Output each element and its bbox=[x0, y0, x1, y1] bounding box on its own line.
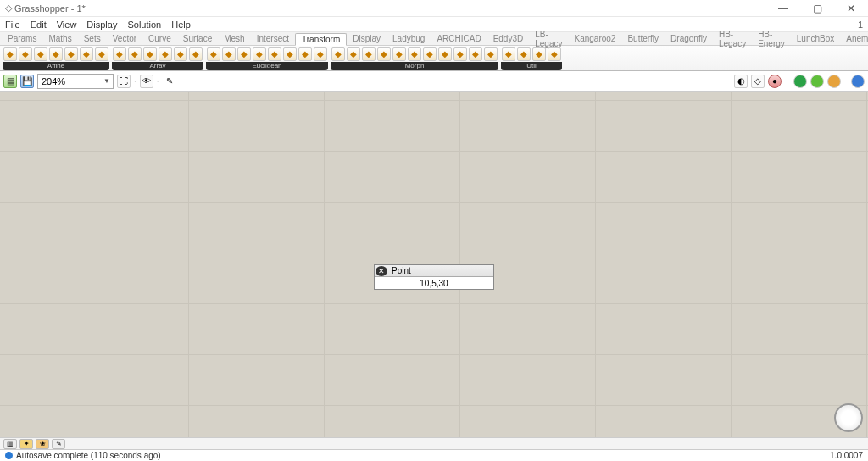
menu-view[interactable]: View bbox=[57, 19, 77, 30]
ribbon-btn-euclidean-7[interactable]: ◆ bbox=[314, 47, 327, 61]
ribbon-btn-array-3[interactable]: ◆ bbox=[159, 47, 172, 61]
tab-display[interactable]: Display bbox=[347, 33, 387, 44]
ribbon-btn-affine-0[interactable]: ◆ bbox=[3, 47, 17, 61]
statusbar: Autosave complete (110 seconds ago) 1.0.… bbox=[0, 449, 868, 461]
panel-icon-4[interactable]: ✎ bbox=[52, 439, 65, 449]
ribbon-btn-euclidean-1[interactable]: ◆ bbox=[222, 47, 236, 61]
ribbon-btn-morph-0[interactable]: ◆ bbox=[331, 47, 345, 61]
tab-ladybug[interactable]: Ladybug bbox=[387, 33, 431, 44]
zoom-field[interactable]: 204% ▼ bbox=[37, 74, 114, 89]
ribbon-btn-array-1[interactable]: ◆ bbox=[128, 47, 142, 61]
tab-mesh[interactable]: Mesh bbox=[218, 33, 250, 44]
zoom-extents-icon[interactable]: ⛶ bbox=[117, 75, 131, 88]
ribbon-btn-euclidean-0[interactable]: ◆ bbox=[207, 47, 220, 61]
ribbon-group-morph: ◆◆◆◆◆◆◆◆◆◆◆Morph bbox=[330, 47, 499, 70]
ribbon-btn-array-0[interactable]: ◆ bbox=[113, 47, 126, 61]
panel-icon-1[interactable]: ▥ bbox=[3, 439, 17, 449]
ribbon-group-affine: ◆◆◆◆◆◆◆Affine bbox=[2, 47, 110, 70]
ribbon-btn-affine-1[interactable]: ◆ bbox=[19, 47, 32, 61]
tab-archicad[interactable]: ARCHICAD bbox=[431, 33, 487, 44]
menu-display[interactable]: Display bbox=[86, 19, 117, 30]
tab-eddy3d[interactable]: Eddy3D bbox=[487, 33, 530, 44]
tab-kangaroo2[interactable]: Kangaroo2 bbox=[568, 33, 621, 44]
ribbon-btn-util-0[interactable]: ◆ bbox=[502, 47, 515, 61]
tab-surface[interactable]: Surface bbox=[177, 33, 218, 44]
blue-orb-icon[interactable] bbox=[851, 75, 865, 88]
menu-edit[interactable]: Edit bbox=[31, 19, 47, 30]
ribbon-btn-affine-2[interactable]: ◆ bbox=[34, 47, 47, 61]
lightgreen-orb-icon[interactable] bbox=[810, 75, 824, 88]
component-tabstrip: ParamsMathsSetsVectorCurveSurfaceMeshInt… bbox=[0, 32, 868, 46]
ribbon-btn-array-5[interactable]: ◆ bbox=[189, 47, 203, 61]
ribbon-btn-morph-5[interactable]: ◆ bbox=[408, 47, 421, 61]
ribbon-btn-morph-10[interactable]: ◆ bbox=[484, 47, 498, 61]
tab-params[interactable]: Params bbox=[2, 33, 42, 44]
ribbon-btn-morph-1[interactable]: ◆ bbox=[347, 47, 360, 61]
point-value[interactable]: 10,5,30 bbox=[375, 277, 493, 289]
tab-butterfly[interactable]: Butterfly bbox=[621, 33, 665, 44]
tab-lunchbox[interactable]: LunchBox bbox=[791, 33, 840, 44]
ribbon-btn-euclidean-4[interactable]: ◆ bbox=[268, 47, 281, 61]
ribbon-btn-array-2[interactable]: ◆ bbox=[143, 47, 157, 61]
tab-hb-legacy[interactable]: HB-Legacy bbox=[713, 29, 752, 49]
ribbon-group-util: ◆◆◆◆Util bbox=[500, 47, 563, 70]
ribbon-btn-euclidean-2[interactable]: ◆ bbox=[237, 47, 251, 61]
maximize-button[interactable]: ▢ bbox=[800, 3, 834, 14]
minimize-button[interactable]: — bbox=[766, 3, 800, 14]
wire-icon[interactable]: ◇ bbox=[751, 75, 765, 88]
preview-off-icon[interactable]: ● bbox=[768, 75, 782, 88]
open-file-icon[interactable]: ▤ bbox=[3, 75, 17, 88]
ribbon-btn-affine-3[interactable]: ◆ bbox=[49, 47, 63, 61]
ribbon-btn-morph-6[interactable]: ◆ bbox=[423, 47, 437, 61]
panel-icon-2[interactable]: ✦ bbox=[19, 439, 33, 449]
titlebar: ◇ Grasshopper - 1* — ▢ ✕ bbox=[0, 0, 868, 17]
ribbon-btn-morph-9[interactable]: ◆ bbox=[469, 47, 482, 61]
ribbon-btn-util-1[interactable]: ◆ bbox=[517, 47, 531, 61]
point-component[interactable]: ✕ Point 10,5,30 bbox=[374, 264, 494, 290]
close-button[interactable]: ✕ bbox=[834, 3, 868, 14]
tab-transform[interactable]: Transform bbox=[295, 33, 347, 46]
ribbon-btn-util-3[interactable]: ◆ bbox=[548, 47, 561, 61]
preview-toggle-icon[interactable]: 👁 bbox=[140, 75, 153, 88]
menu-solution[interactable]: Solution bbox=[127, 19, 161, 30]
ribbon-btn-morph-4[interactable]: ◆ bbox=[392, 47, 406, 61]
tab-anemone[interactable]: Anemone bbox=[840, 33, 868, 44]
tab-intersect[interactable]: Intersect bbox=[251, 33, 295, 44]
ribbon-btn-morph-3[interactable]: ◆ bbox=[377, 47, 391, 61]
menu-help[interactable]: Help bbox=[171, 19, 191, 30]
ribbon-btn-array-4[interactable]: ◆ bbox=[174, 47, 187, 61]
orange-orb-icon[interactable] bbox=[827, 75, 841, 88]
ribbon-btn-affine-4[interactable]: ◆ bbox=[64, 47, 78, 61]
ribbon-btn-util-2[interactable]: ◆ bbox=[532, 47, 546, 61]
compass-icon[interactable] bbox=[834, 403, 863, 432]
ribbon-btn-euclidean-3[interactable]: ◆ bbox=[253, 47, 266, 61]
tab-curve[interactable]: Curve bbox=[142, 33, 177, 44]
tab-maths[interactable]: Maths bbox=[42, 33, 77, 44]
ribbon-btn-morph-2[interactable]: ◆ bbox=[362, 47, 376, 61]
canvas[interactable]: ✕ Point 10,5,30 bbox=[0, 92, 868, 437]
ribbon-group-label: Morph bbox=[331, 62, 498, 70]
zoom-value: 204% bbox=[42, 76, 65, 86]
menu-file[interactable]: File bbox=[5, 19, 20, 30]
ribbon-btn-affine-5[interactable]: ◆ bbox=[80, 47, 93, 61]
tab-hb-energy[interactable]: HB-Energy bbox=[752, 29, 791, 49]
ribbon-btn-affine-6[interactable]: ◆ bbox=[95, 47, 108, 61]
panel-icon-3[interactable]: ❀ bbox=[36, 439, 49, 449]
chevron-down-icon[interactable]: ▼ bbox=[103, 77, 113, 85]
close-icon[interactable]: ✕ bbox=[376, 266, 387, 276]
version-label: 1.0.0007 bbox=[830, 451, 863, 460]
ribbon-btn-euclidean-6[interactable]: ◆ bbox=[298, 47, 312, 61]
ribbon-btn-morph-8[interactable]: ◆ bbox=[453, 47, 467, 61]
status-dot-icon bbox=[5, 452, 13, 459]
ribbon-group-euclidean: ◆◆◆◆◆◆◆◆Euclidean bbox=[205, 47, 329, 70]
ribbon-btn-euclidean-5[interactable]: ◆ bbox=[283, 47, 297, 61]
shade-icon[interactable]: ◐ bbox=[734, 75, 748, 88]
green-orb-icon[interactable] bbox=[793, 75, 807, 88]
sketch-icon[interactable]: ✎ bbox=[163, 75, 176, 88]
tab-dragonfly[interactable]: Dragonfly bbox=[665, 33, 713, 44]
ribbon-btn-morph-7[interactable]: ◆ bbox=[438, 47, 452, 61]
tab-vector[interactable]: Vector bbox=[107, 33, 142, 44]
save-file-icon[interactable]: 💾 bbox=[20, 75, 34, 88]
tab-sets[interactable]: Sets bbox=[78, 33, 107, 44]
viewbar: ▤ 💾 204% ▼ ⛶ · 👁 · ✎ ◐ ◇ ● bbox=[0, 71, 868, 92]
